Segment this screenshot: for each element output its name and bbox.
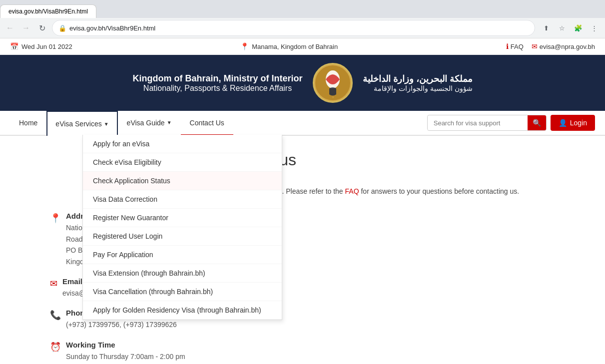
email-contact[interactable]: ✉ evisa@npra.gov.bh: [532, 42, 595, 50]
extensions-button[interactable]: 🧩: [571, 21, 585, 35]
dropdown-visa-cancellation[interactable]: Visa Cancellation (through Bahrain.bh): [83, 283, 282, 301]
nav-home[interactable]: Home: [10, 111, 46, 136]
svg-text:⚜: ⚜: [331, 96, 334, 99]
email-icon: ✉: [532, 42, 538, 50]
email-section-icon: ✉: [50, 278, 57, 289]
search-input[interactable]: [428, 116, 528, 130]
menu-button[interactable]: ⋮: [587, 21, 601, 35]
browser-tabs: evisa.gov.bh/VisaBhr9En.html: [0, 0, 605, 18]
toolbar-actions: ⬆ ☆ 🧩 ⋮: [539, 21, 601, 35]
dropdown-check-status[interactable]: Check Application Status: [83, 172, 282, 190]
header-left-line1: Kingdom of Bahrain, Ministry of Interior: [132, 73, 302, 84]
location-text: Manama, Kingdom of Bahrain: [252, 43, 338, 50]
header-left-line2: Nationality, Passports & Residence Affai…: [132, 84, 302, 93]
address-bar[interactable]: 🔒 evisa.gov.bh/VisaBhr9En.html: [52, 20, 535, 36]
header-right-line1: مملكة البحرين، وزارة الداخلية: [363, 73, 473, 84]
phone-value: (+973) 17399756, (+973) 17399626: [66, 319, 177, 330]
reload-button[interactable]: ↻: [36, 22, 48, 34]
intro-text-end: for answers to your questions before con…: [361, 187, 519, 195]
working-time-section: ⏰ Working Time Sunday to Thursday 7:00am…: [50, 341, 585, 364]
dropdown-visa-correction[interactable]: Visa Data Correction: [83, 190, 282, 209]
nav-evisa-services-label: eVisa Services: [55, 120, 101, 128]
login-label: Login: [570, 119, 587, 127]
browser-tab[interactable]: evisa.gov.bh/VisaBhr9En.html: [0, 4, 96, 18]
header-right-line2: شؤون الجنسية والجوازات والإقامة: [363, 84, 473, 92]
working-hours-value: Sunday to Thursday 7:00am - 2:00 pm: [66, 351, 429, 362]
clock-icon: ⏰: [50, 342, 61, 353]
nav-contact-us[interactable]: Contact Us: [181, 111, 233, 136]
email-text: evisa@npra.gov.bh: [540, 43, 595, 50]
search-input-wrap: 🔍: [427, 115, 547, 131]
chevron-down-icon: ▼: [104, 121, 109, 127]
nav-search-area: 🔍 👤 Login: [427, 111, 595, 135]
working-time-content: Working Time Sunday to Thursday 7:00am -…: [66, 341, 429, 364]
contact-info-section: ℹ FAQ ✉ evisa@npra.gov.bh: [506, 42, 595, 50]
dropdown-pay-application[interactable]: Pay For Application: [83, 246, 282, 264]
browser-chrome: evisa.gov.bh/VisaBhr9En.html ← → ↻ 🔒 evi…: [0, 0, 605, 38]
pin-icon: 📍: [240, 42, 249, 50]
site-header: Kingdom of Bahrain, Ministry of Interior…: [0, 55, 605, 111]
browser-toolbar: ← → ↻ 🔒 evisa.gov.bh/VisaBhr9En.html ⬆ ☆…: [0, 18, 605, 38]
faq-link-inline[interactable]: FAQ: [345, 187, 359, 195]
working-time-label: Working Time: [66, 341, 429, 349]
evisa-services-dropdown: Apply for an eVisa Check eVisa Eligibili…: [82, 135, 282, 320]
faq-text: FAQ: [511, 43, 524, 50]
nav-evisa-services[interactable]: eVisa Services ▼: [46, 111, 117, 136]
date-section: 📅 Wed Jun 01 2022: [10, 42, 72, 50]
dropdown-check-eligibility[interactable]: Check eVisa Eligibility: [83, 153, 282, 172]
working-note-value: Messages will be answerred only during b…: [66, 362, 429, 364]
calendar-icon: 📅: [10, 42, 18, 50]
share-button[interactable]: ⬆: [539, 21, 553, 35]
user-icon: 👤: [559, 119, 567, 127]
nav-evisa-guide[interactable]: eVisa Guide ▼: [118, 111, 181, 136]
info-icon: ℹ: [506, 42, 509, 50]
dropdown-visa-extension[interactable]: Visa Extension (through Bahrain.bh): [83, 264, 282, 283]
login-button[interactable]: 👤 Login: [551, 115, 595, 131]
location-section: 📍 Manama, Kingdom of Bahrain: [72, 42, 506, 50]
date-text: Wed Jun 01 2022: [21, 43, 72, 50]
nav-evisa-guide-label: eVisa Guide: [127, 119, 165, 127]
logo-svg: ⚜: [314, 64, 351, 101]
faq-link[interactable]: ℹ FAQ: [506, 42, 524, 50]
dropdown-golden-residency[interactable]: Apply for Golden Residency Visa (through…: [83, 301, 282, 320]
header-right-text: مملكة البحرين، وزارة الداخلية شؤون الجنس…: [363, 73, 473, 92]
forward-button[interactable]: →: [20, 22, 32, 34]
search-button[interactable]: 🔍: [528, 115, 546, 130]
bookmark-button[interactable]: ☆: [555, 21, 569, 35]
address-icon: 📍: [50, 213, 61, 224]
dropdown-register-guarantor[interactable]: Register New Guarantor: [83, 209, 282, 227]
dropdown-apply-evisa[interactable]: Apply for an eVisa: [83, 135, 282, 153]
header-left-text: Kingdom of Bahrain, Ministry of Interior…: [132, 73, 302, 93]
phone-icon: 📞: [50, 310, 61, 321]
site-logo: ⚜: [313, 63, 353, 103]
address-text: evisa.gov.bh/VisaBhr9En.html: [69, 24, 529, 32]
lock-icon: 🔒: [58, 24, 66, 32]
site-nav: Home eVisa Services ▼ eVisa Guide ▼ Cont…: [0, 111, 605, 136]
dropdown-registered-login[interactable]: Registered User Login: [83, 227, 282, 246]
top-info-bar: 📅 Wed Jun 01 2022 📍 Manama, Kingdom of B…: [0, 38, 605, 55]
back-button[interactable]: ←: [4, 22, 16, 34]
chevron-down-icon-guide: ▼: [167, 120, 172, 125]
